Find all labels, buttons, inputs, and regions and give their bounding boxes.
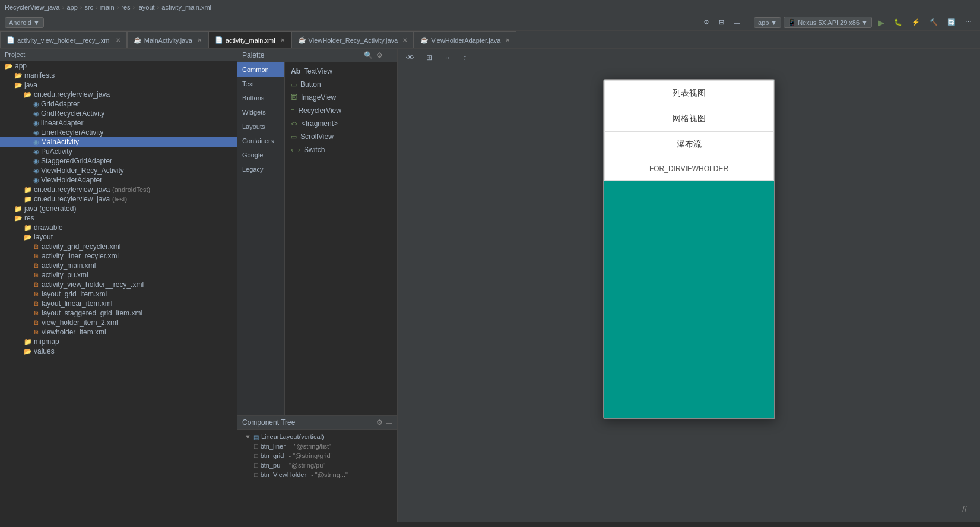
palette-category-containers[interactable]: Containers xyxy=(237,134,284,148)
minimize-button[interactable]: — xyxy=(730,18,744,27)
tree-item-7[interactable]: ◉LinerRecylerActivity xyxy=(0,128,237,137)
widget-scrollview[interactable]: ▭ ScrollView xyxy=(287,130,395,143)
comp-tree-btn-grid[interactable]: □ btn_grid - "@string/grid" xyxy=(240,451,395,460)
tree-item-icon: 🗎 xyxy=(33,291,40,298)
btn-pu[interactable]: 瀑布流 xyxy=(604,131,774,157)
tree-item-17[interactable]: 📁drawable xyxy=(0,223,237,232)
tree-item-4[interactable]: ◉GridAdapter xyxy=(0,99,237,109)
split-button[interactable]: ⊟ xyxy=(715,17,728,27)
debug-button[interactable]: 🐛 xyxy=(890,17,906,27)
tree-item-29[interactable]: 📁mipmap xyxy=(0,337,237,346)
breadcrumb-item[interactable]: main xyxy=(100,4,115,11)
tree-item-19[interactable]: 🗎activity_grid_recycler.xml xyxy=(0,242,237,251)
android-dropdown[interactable]: Android ▼ xyxy=(5,17,44,28)
breadcrumb-item[interactable]: res xyxy=(121,4,130,11)
palette-category-google[interactable]: Google xyxy=(237,148,284,162)
tab-main-activity[interactable]: ☕ MainActivity.java ✕ xyxy=(127,31,208,48)
tree-item-5[interactable]: ◉GridRecyclerActivity xyxy=(0,109,237,118)
widget-recyclerview[interactable]: ≡ RecyclerView xyxy=(287,104,395,117)
sync-button[interactable]: 🔄 xyxy=(944,17,959,27)
widget-imageview[interactable]: 🖼 ImageView xyxy=(287,91,395,104)
tree-item-0[interactable]: 📂app xyxy=(0,61,237,71)
tree-item-22[interactable]: 🗎activity_pu.xml xyxy=(0,270,237,280)
run-button[interactable]: ▶ xyxy=(874,17,888,29)
tree-item-13[interactable]: 📁cn.edu.recylerview_java(androidTest) xyxy=(0,185,237,194)
tab-icon: 📄 xyxy=(215,36,223,44)
tree-item-21[interactable]: 🗎activity_main.xml xyxy=(0,261,237,270)
settings-button[interactable]: ⚙ xyxy=(700,17,713,27)
tab-viewholder-adapter[interactable]: ☕ ViewHolderAdapter.java ✕ xyxy=(414,31,516,48)
close-icon[interactable]: ✕ xyxy=(197,37,202,43)
close-icon[interactable]: ✕ xyxy=(505,37,510,43)
project-sidebar: Project 📂app📂manifests📂java📂cn.edu.recyl… xyxy=(0,49,237,522)
comp-tree-btn-liner[interactable]: □ btn_liner - "@string/list" xyxy=(240,441,395,451)
comp-tree-label: btn_pu xyxy=(261,462,281,469)
tree-item-16[interactable]: 📂res xyxy=(0,213,237,223)
widget-fragment[interactable]: <> <fragment> xyxy=(287,117,395,130)
tree-item-20[interactable]: 🗎activity_liner_recyler.xml xyxy=(0,251,237,261)
tree-item-11[interactable]: ◉ViewHolder_Recy_Activity xyxy=(0,166,237,175)
breadcrumb-item[interactable]: layout xyxy=(137,4,154,11)
tree-item-28[interactable]: 🗎viewholder_item.xml xyxy=(0,327,237,337)
tree-item-8[interactable]: ◉MainActivity xyxy=(0,137,237,147)
view-toggle-btn[interactable]: 👁 xyxy=(402,51,418,64)
tab-activity-view-holder[interactable]: 📄 activity_view_holder__recy_.xml ✕ xyxy=(0,31,127,48)
tab-viewholder-recy-activity[interactable]: ☕ ViewHolder_Recy_Activity.java ✕ xyxy=(291,31,414,48)
close-icon[interactable]: ✕ xyxy=(280,37,285,43)
tree-item-label: GridAdapter xyxy=(41,100,80,108)
palette-category-buttons[interactable]: Buttons xyxy=(237,91,284,105)
tree-item-26[interactable]: 🗎layout_staggered_grid_item.xml xyxy=(0,308,237,318)
build-button[interactable]: 🔨 xyxy=(926,17,941,27)
palette-category-text[interactable]: Text xyxy=(237,77,284,91)
horizontal-toggle-btn[interactable]: ↔ xyxy=(440,52,455,64)
palette-settings-icon[interactable]: ⚙ xyxy=(376,51,383,59)
tree-item-12[interactable]: ◉ViewHolderAdapter xyxy=(0,175,237,185)
comp-tree-btn-viewholder[interactable]: □ btn_ViewHolder - "@string..." xyxy=(240,470,395,479)
tree-item-23[interactable]: 🗎activity_view_holder__recy_.xml xyxy=(0,280,237,289)
widget-textview[interactable]: Ab TextView xyxy=(287,65,395,78)
tree-item-9[interactable]: ◉PuActivity xyxy=(0,147,237,156)
tree-item-18[interactable]: 📂layout xyxy=(0,232,237,242)
tree-item-1[interactable]: 📂manifests xyxy=(0,71,237,80)
comp-tree-label: btn_ViewHolder xyxy=(261,471,306,478)
tree-item-2[interactable]: 📂java xyxy=(0,80,237,90)
component-tree-close-icon[interactable]: — xyxy=(386,419,392,426)
palette-search-icon[interactable]: 🔍 xyxy=(364,51,373,59)
breadcrumb-item[interactable]: app xyxy=(66,4,77,11)
btn-liner[interactable]: 列表视图 xyxy=(604,80,774,106)
tree-item-25[interactable]: 🗎layout_linear_item.xml xyxy=(0,299,237,308)
palette-category-widgets[interactable]: Widgets xyxy=(237,105,284,119)
breadcrumb-item[interactable]: RecyclerView_java xyxy=(5,4,60,11)
tree-item-27[interactable]: 🗎view_holder_item_2.xml xyxy=(0,318,237,327)
tree-item-3[interactable]: 📂cn.edu.recylerview_java xyxy=(0,90,237,99)
breadcrumb-item[interactable]: src xyxy=(84,4,93,11)
close-icon[interactable]: ✕ xyxy=(116,37,120,43)
vertical-toggle-btn[interactable]: ↕ xyxy=(459,52,470,64)
tree-item-14[interactable]: 📁cn.edu.recylerview_java(test) xyxy=(0,194,237,204)
more-button[interactable]: ⋯ xyxy=(962,17,975,27)
breadcrumb-item[interactable]: activity_main.xml xyxy=(161,4,211,11)
component-tree-settings-icon[interactable]: ⚙ xyxy=(376,418,383,427)
widget-switch[interactable]: ⟷ Switch xyxy=(287,143,395,156)
tree-item-10[interactable]: ◉StaggeredGridAdapter xyxy=(0,156,237,166)
close-icon[interactable]: ✕ xyxy=(402,37,407,43)
tree-item-24[interactable]: 🗎layout_grid_item.xml xyxy=(0,289,237,299)
palette-category-legacy[interactable]: Legacy xyxy=(237,162,284,176)
tree-item-6[interactable]: ◉linearAdapter xyxy=(0,118,237,128)
btn-grid[interactable]: 网格视图 xyxy=(604,106,774,131)
btn-viewholder[interactable]: FOR_DIRVIEWHOLDER xyxy=(604,157,774,181)
tree-item-15[interactable]: 📁java (generated) xyxy=(0,204,237,213)
comp-tree-linear-layout[interactable]: ▼ ▤ LinearLayout(vertical) xyxy=(240,432,395,441)
palette-category-layouts[interactable]: Layouts xyxy=(237,119,284,134)
comp-tree-btn-pu[interactable]: □ btn_pu - "@string/pu" xyxy=(240,460,395,470)
device-dropdown[interactable]: 📱 Nexus 5X API 29 x86 ▼ xyxy=(784,17,872,28)
palette-close-icon[interactable]: — xyxy=(386,52,392,59)
tree-item-30[interactable]: 📂values xyxy=(0,346,237,356)
widget-button[interactable]: ▭ Button xyxy=(287,78,395,91)
app-dropdown[interactable]: app ▼ xyxy=(754,17,781,28)
attach-button[interactable]: ⚡ xyxy=(908,17,924,27)
grid-toggle-btn[interactable]: ⊞ xyxy=(423,52,436,64)
palette-category-common[interactable]: Common xyxy=(237,62,284,77)
tab-activity-main[interactable]: 📄 activity_main.xml ✕ xyxy=(208,31,291,48)
resize-handle[interactable]: // xyxy=(962,504,974,516)
